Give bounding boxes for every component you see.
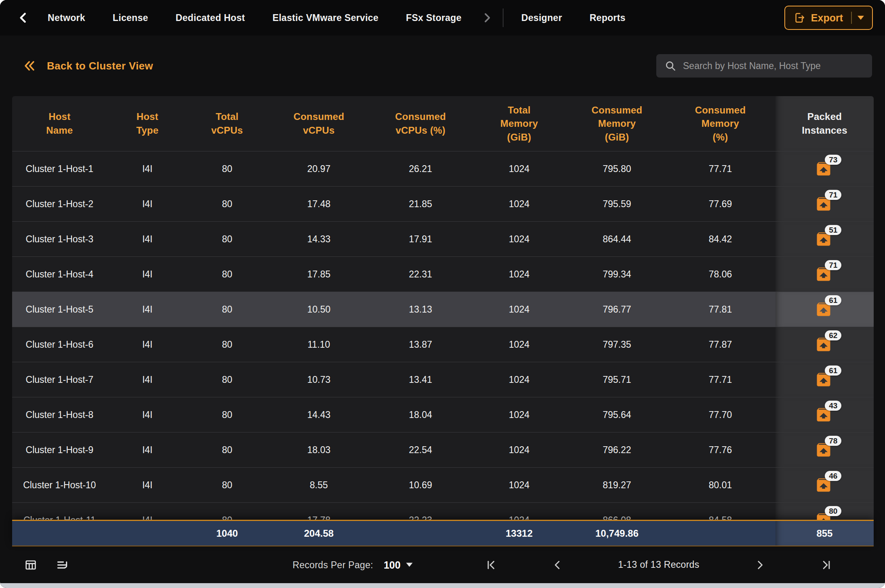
search-icon bbox=[664, 60, 676, 72]
packed-instances-icon: 61 bbox=[815, 371, 834, 388]
previous-page-button[interactable] bbox=[552, 559, 564, 571]
cell-packed-instances[interactable]: 73 bbox=[775, 151, 874, 186]
double-chevron-left-icon bbox=[23, 59, 36, 73]
nav-tab-elastic-vmware-service[interactable]: Elastic VMware Service bbox=[259, 13, 392, 23]
table-row[interactable]: Cluster 1-Host-9 I4I 80 18.03 22.54 1024… bbox=[12, 433, 874, 468]
packed-count-badge: 78 bbox=[825, 436, 841, 446]
cell-consumed-memory: 799.34 bbox=[569, 269, 665, 280]
back-to-cluster-link[interactable]: Back to Cluster View bbox=[23, 59, 153, 73]
list-view-icon bbox=[56, 559, 69, 571]
cell-packed-instances[interactable]: 46 bbox=[775, 468, 874, 502]
cell-host-name: Cluster 1-Host-10 bbox=[12, 480, 107, 491]
cell-total-memory: 1024 bbox=[470, 410, 569, 420]
table-row[interactable]: Cluster 1-Host-3 I4I 80 14.33 17.91 1024… bbox=[12, 222, 874, 257]
table-row[interactable]: Cluster 1-Host-6 I4I 80 11.10 13.87 1024… bbox=[12, 327, 874, 362]
cell-consumed-memory: 864.44 bbox=[569, 234, 665, 245]
nav-back-button[interactable] bbox=[12, 7, 34, 29]
records-per-page-select[interactable]: 100 bbox=[384, 559, 413, 571]
next-page-button[interactable] bbox=[754, 559, 766, 571]
table-view-icon bbox=[24, 559, 37, 571]
horizontal-scrollbar[interactable] bbox=[0, 583, 885, 588]
packed-instances-icon: 46 bbox=[815, 476, 834, 494]
export-label: Export bbox=[811, 12, 843, 24]
packed-count-badge: 51 bbox=[825, 225, 841, 235]
list-view-button[interactable] bbox=[56, 559, 69, 571]
cell-packed-instances[interactable]: 61 bbox=[775, 292, 874, 327]
search-box bbox=[656, 54, 872, 78]
table-row[interactable]: Cluster 1-Host-5 I4I 80 10.50 13.13 1024… bbox=[12, 292, 874, 327]
table-row[interactable]: Cluster 1-Host-2 I4I 80 17.48 21.85 1024… bbox=[12, 187, 874, 222]
cell-consumed-vcpus-pct: 18.04 bbox=[371, 410, 470, 420]
first-page-button[interactable] bbox=[485, 559, 497, 571]
cell-host-type: I4I bbox=[107, 480, 188, 491]
cell-consumed-vcpus-pct: 13.87 bbox=[371, 339, 470, 350]
cell-total-memory: 1024 bbox=[470, 374, 569, 385]
cell-consumed-memory-pct: 84.58 bbox=[665, 515, 775, 520]
cell-consumed-memory: 795.80 bbox=[569, 164, 665, 174]
packed-count-badge: 71 bbox=[825, 190, 841, 200]
cell-host-type: I4I bbox=[107, 304, 188, 315]
cell-host-type: I4I bbox=[107, 515, 188, 520]
cell-packed-instances[interactable]: 61 bbox=[775, 362, 874, 397]
cell-host-type: I4I bbox=[107, 234, 188, 245]
packed-count-badge: 61 bbox=[825, 295, 841, 305]
cell-consumed-vcpus: 14.43 bbox=[266, 410, 371, 420]
cell-total-vcpus: 80 bbox=[188, 410, 266, 420]
col-header-total-vcpus: Total vCPUs bbox=[188, 110, 266, 137]
cell-consumed-memory-pct: 77.81 bbox=[665, 304, 775, 315]
nav-tab-dedicated-host[interactable]: Dedicated Host bbox=[162, 13, 259, 23]
cell-consumed-vcpus: 20.97 bbox=[266, 164, 371, 174]
cell-packed-instances[interactable]: 78 bbox=[775, 433, 874, 467]
cell-consumed-vcpus-pct: 13.13 bbox=[371, 304, 470, 315]
cell-total-vcpus: 80 bbox=[188, 269, 266, 280]
cell-consumed-vcpus-pct: 10.69 bbox=[371, 480, 470, 491]
cell-consumed-memory-pct: 77.87 bbox=[665, 339, 775, 350]
cell-packed-instances[interactable]: 62 bbox=[775, 327, 874, 362]
cell-packed-instances[interactable]: 43 bbox=[775, 397, 874, 432]
table-row[interactable]: Cluster 1-Host-11 I4I 80 17.78 22.23 102… bbox=[12, 503, 874, 520]
nav-tab-fsx-storage[interactable]: FSx Storage bbox=[392, 13, 476, 23]
table-row[interactable]: Cluster 1-Host-10 I4I 80 8.55 10.69 1024… bbox=[12, 468, 874, 503]
export-button[interactable]: Export bbox=[784, 6, 873, 30]
cell-host-type: I4I bbox=[107, 374, 188, 385]
cell-consumed-vcpus: 10.73 bbox=[266, 374, 371, 385]
table-row[interactable]: Cluster 1-Host-1 I4I 80 20.97 26.21 1024… bbox=[12, 151, 874, 187]
chevron-left-icon bbox=[17, 11, 30, 24]
nav-tab-network[interactable]: Network bbox=[34, 13, 99, 23]
cell-packed-instances[interactable]: 80 bbox=[775, 503, 874, 520]
cell-host-name: Cluster 1-Host-3 bbox=[12, 234, 107, 245]
cell-host-type: I4I bbox=[107, 164, 188, 174]
cell-total-memory: 1024 bbox=[470, 199, 569, 210]
table-row[interactable]: Cluster 1-Host-8 I4I 80 14.43 18.04 1024… bbox=[12, 397, 874, 433]
cell-host-type: I4I bbox=[107, 445, 188, 456]
packed-instances-icon: 73 bbox=[815, 160, 834, 178]
last-page-button[interactable] bbox=[820, 559, 832, 571]
nav-tab-license[interactable]: License bbox=[99, 13, 162, 23]
nav-tab-designer[interactable]: Designer bbox=[508, 13, 576, 23]
table-row[interactable]: Cluster 1-Host-7 I4I 80 10.73 13.41 1024… bbox=[12, 362, 874, 397]
cell-packed-instances[interactable]: 71 bbox=[775, 257, 874, 292]
table-row[interactable]: Cluster 1-Host-4 I4I 80 17.85 22.31 1024… bbox=[12, 257, 874, 292]
cell-consumed-vcpus-pct: 13.41 bbox=[371, 374, 470, 385]
view-toggle-group bbox=[24, 559, 69, 571]
col-header-host-name: Host Name bbox=[12, 110, 107, 137]
table-view-button[interactable] bbox=[24, 559, 37, 571]
cell-host-name: Cluster 1-Host-5 bbox=[12, 304, 107, 315]
cell-consumed-memory: 795.59 bbox=[569, 199, 665, 210]
cell-host-name: Cluster 1-Host-9 bbox=[12, 445, 107, 456]
search-input[interactable] bbox=[683, 61, 864, 71]
cell-consumed-vcpus: 18.03 bbox=[266, 445, 371, 456]
cell-total-memory: 1024 bbox=[470, 515, 569, 520]
nav-tab-reports[interactable]: Reports bbox=[576, 13, 639, 23]
packed-count-badge: 62 bbox=[825, 330, 841, 340]
table-footer: Records Per Page: 100 bbox=[0, 546, 885, 583]
cell-consumed-vcpus: 17.78 bbox=[266, 515, 371, 520]
cell-host-name: Cluster 1-Host-11 bbox=[12, 515, 107, 520]
cell-total-vcpus: 80 bbox=[188, 164, 266, 174]
cell-consumed-memory-pct: 77.69 bbox=[665, 199, 775, 210]
cell-consumed-memory-pct: 77.76 bbox=[665, 445, 775, 456]
col-header-consumed-vcpus: Consumed vCPUs bbox=[266, 110, 371, 137]
tabs-scroll-right-button[interactable] bbox=[478, 8, 496, 27]
cell-packed-instances[interactable]: 51 bbox=[775, 222, 874, 256]
cell-packed-instances[interactable]: 71 bbox=[775, 187, 874, 221]
